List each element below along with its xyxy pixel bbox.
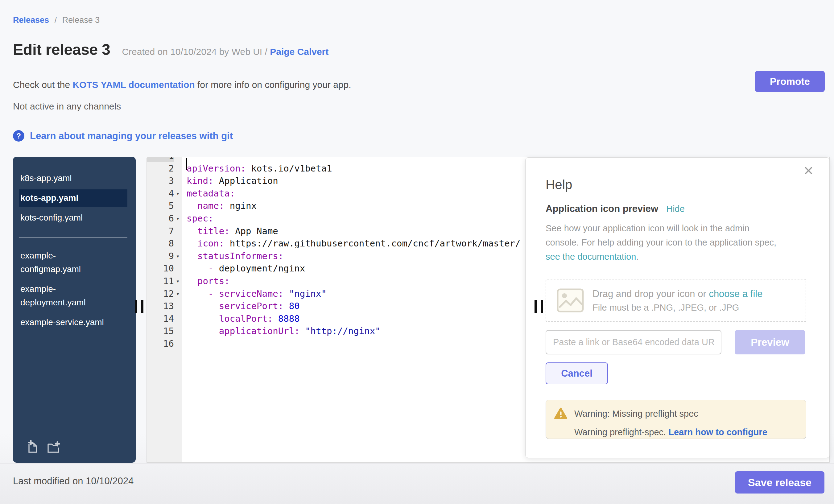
sidebar-file-kots-app.yaml[interactable]: kots-app.yaml	[19, 190, 127, 207]
breadcrumb: Releases / Release 3	[13, 15, 100, 25]
file-label: kots-app.yaml	[20, 191, 127, 205]
warning-icon	[554, 408, 568, 420]
line-number: 6	[147, 212, 174, 225]
footer-divider	[0, 463, 834, 464]
choose-file-link[interactable]: choose a file	[709, 288, 763, 299]
kots-yaml-doc-link[interactable]: KOTS YAML documentation	[72, 80, 195, 90]
cancel-button[interactable]: Cancel	[546, 363, 608, 384]
line-number: 8	[147, 237, 174, 250]
fold-arrow-icon[interactable]: ▾	[174, 187, 182, 200]
sidebar-divider	[19, 238, 127, 238]
sidebar-file-example-service.yaml[interactable]: example-service.yaml	[19, 314, 127, 331]
help-title: Help	[546, 177, 572, 192]
fold-spacer	[174, 300, 182, 312]
icon-preview-description: See how your application icon will look …	[546, 221, 776, 264]
line-number: 4	[147, 187, 174, 200]
hide-link[interactable]: Hide	[666, 204, 685, 214]
file-label: example-	[20, 249, 127, 262]
dropzone-filetypes: File must be a .PNG, .JPEG, or .JPG	[592, 303, 763, 313]
line-number: 10	[147, 262, 174, 275]
sidebar-editor-resize-handle[interactable]	[135, 300, 144, 313]
file-label: example-service.yaml	[20, 315, 127, 329]
sidebar-file-k8s-app.yaml[interactable]: k8s-app.yaml	[19, 170, 127, 187]
editor-cursor	[186, 158, 187, 170]
fold-spacer	[174, 225, 182, 238]
fold-spacer	[174, 337, 182, 350]
code-text: ---	[182, 157, 203, 162]
fold-arrow-icon[interactable]: ▾	[174, 275, 182, 287]
code-text	[182, 337, 186, 350]
preview-button[interactable]: Preview	[735, 330, 805, 354]
sidebar-file-list: k8s-app.yamlkots-app.yamlkots-config.yam…	[13, 170, 136, 331]
icon-preview-section-header: Application icon preview Hide	[546, 203, 685, 214]
line-number: 3	[147, 175, 174, 187]
code-text: title: App Name	[182, 225, 278, 238]
line-number: 14	[147, 312, 174, 325]
save-release-button[interactable]: Save release	[735, 471, 825, 494]
dropzone-text: Drag and drop your icon or choose a file	[592, 288, 763, 300]
fold-spacer	[174, 312, 182, 325]
question-icon: ?	[13, 130, 24, 141]
sidebar-file-kots-config.yaml[interactable]: kots-config.yaml	[19, 209, 127, 226]
fold-spacer	[174, 262, 182, 275]
icon-preview-title: Application icon preview	[546, 203, 658, 214]
file-label: k8s-app.yaml	[20, 172, 127, 185]
line-number: 5	[147, 200, 174, 212]
git-releases-link[interactable]: Learn about managing your releases with …	[30, 130, 233, 141]
close-icon[interactable]: ×	[804, 162, 813, 179]
fold-arrow-icon[interactable]: ▾	[174, 250, 182, 262]
code-text: localPort: 8888	[182, 312, 300, 325]
line-number: 7	[147, 225, 174, 238]
fold-arrow-icon[interactable]: ▾	[174, 287, 182, 300]
edit-release-page: Releases / Release 3 Edit release 3 Crea…	[0, 0, 834, 504]
icon-dropzone[interactable]: Drag and drop your icon or choose a file…	[546, 279, 806, 322]
created-text: Created on 10/10/2024 by Web UI / Paige …	[122, 47, 328, 57]
code-text: servicePort: 80	[182, 300, 300, 312]
breadcrumb-separator: /	[54, 16, 57, 25]
file-label: example-	[20, 282, 127, 296]
sidebar-actions	[25, 440, 61, 454]
line-number: 12	[147, 287, 174, 300]
description-line-3-period: .	[636, 252, 638, 262]
warning-title: Warning: Missing preflight spec	[574, 409, 698, 419]
fold-arrow-icon[interactable]: ▾	[174, 212, 182, 225]
new-file-icon[interactable]	[25, 440, 40, 454]
code-text: applicationUrl: "http://nginx"	[182, 325, 380, 337]
new-folder-icon[interactable]	[46, 440, 61, 454]
title-row: Edit release 3 Created on 10/10/2024 by …	[13, 41, 328, 59]
breadcrumb-releases-link[interactable]: Releases	[13, 16, 49, 25]
last-modified-text: Last modified on 10/10/2024	[13, 476, 134, 487]
created-prefix: Created on 10/10/2024 by Web UI /	[122, 47, 270, 57]
sidebar-file-example-configmap.yaml[interactable]: example-configmap.yaml	[19, 247, 127, 278]
learn-how-to-configure-link[interactable]: Learn how to configure	[668, 427, 767, 437]
code-text: apiVersion: kots.io/v1beta1	[182, 162, 332, 175]
sidebar-file-example-deployment.yaml[interactable]: example-deployment.yaml	[19, 280, 127, 311]
line-number: 15	[147, 325, 174, 337]
description-line-2: console. For help adding your icon to th…	[546, 235, 776, 249]
line-number: 9	[147, 250, 174, 262]
created-by-link[interactable]: Paige Calvert	[270, 47, 328, 57]
preflight-warning: Warning: Missing preflight spec Warning …	[546, 400, 806, 439]
code-text: statusInformers:	[182, 250, 283, 262]
line-number: 11	[147, 275, 174, 287]
code-text: ports:	[182, 275, 230, 287]
see-documentation-link[interactable]: see the documentation	[546, 252, 636, 262]
sidebar-bottom-divider	[19, 434, 127, 434]
editor-help-resize-handle[interactable]	[534, 300, 544, 313]
fold-spacer	[174, 325, 182, 337]
line-number: 13	[147, 300, 174, 312]
code-text: spec:	[182, 212, 214, 225]
fold-spacer	[174, 237, 182, 250]
warning-body: Warning preflight-spec. Learn how to con…	[574, 427, 767, 437]
line-number: 16	[147, 337, 174, 350]
fold-spacer	[174, 157, 182, 162]
git-help-row[interactable]: ? Learn about managing your releases wit…	[13, 130, 233, 141]
file-label: configmap.yaml	[20, 262, 127, 276]
icon-url-input[interactable]	[546, 330, 721, 354]
intro-line: Check out the KOTS YAML documentation fo…	[13, 80, 351, 90]
file-label: kots-config.yaml	[20, 211, 127, 224]
promote-button[interactable]: Promote	[755, 71, 825, 92]
code-text: - serviceName: "nginx"	[182, 287, 327, 300]
image-placeholder-icon	[557, 288, 584, 312]
code-text: metadata:	[182, 187, 235, 200]
